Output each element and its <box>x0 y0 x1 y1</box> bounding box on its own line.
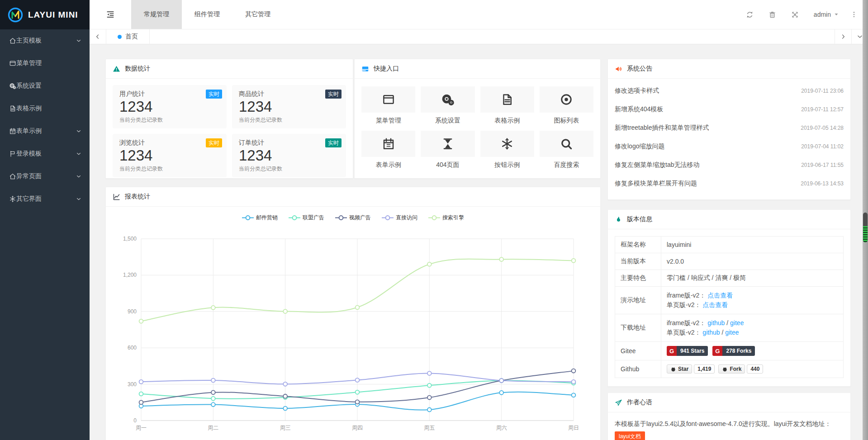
snowflake-icon <box>9 195 16 203</box>
sidebar-item-菜单管理[interactable]: 菜单管理 <box>0 52 90 75</box>
panel-title: 系统公告 <box>627 65 652 73</box>
github-count[interactable]: 440 <box>747 364 763 374</box>
stat-card-desc: 当前分类总记录数 <box>239 116 339 124</box>
sidebar-item-其它界面[interactable]: 其它界面 <box>0 188 90 210</box>
module-tab-组件管理[interactable]: 组件管理 <box>182 0 232 29</box>
gitee-badge-text: 941 Stars <box>677 346 708 356</box>
link-gitee[interactable]: gitee <box>730 319 744 326</box>
tabs-scroll-left-button[interactable] <box>90 29 106 44</box>
sidebar-item-异常页面[interactable]: 异常页面 <box>0 165 90 188</box>
link-github[interactable]: github <box>707 319 725 326</box>
stat-card-value: 1234 <box>239 98 339 115</box>
tabs-scroll-right-button[interactable] <box>835 29 851 44</box>
legend-item-邮件营销[interactable]: 邮件营销 <box>242 214 278 222</box>
refresh-button[interactable] <box>739 0 761 29</box>
panel-title: 版本信息 <box>627 215 652 223</box>
stat-card-value: 1234 <box>239 147 339 164</box>
gitee-badge[interactable]: G278 Forks <box>712 346 755 356</box>
shortcut-label: 404页面 <box>421 161 474 169</box>
gitee-badge[interactable]: G941 Stars <box>667 346 708 356</box>
stat-card-title: 用户统计 <box>119 90 220 98</box>
announcement-text: 新增系统404模板 <box>615 105 663 114</box>
stat-card-title: 订单统计 <box>239 139 339 147</box>
shortcut-按钮示例[interactable]: 按钮示例 <box>480 131 534 169</box>
announcement-item[interactable]: 修改选项卡样式2019-07-11 23:06 <box>615 81 844 100</box>
gears-icon <box>441 93 455 106</box>
version-link-line: iframe版-v2： github / gitee <box>667 318 838 328</box>
sidebar-item-主页模板[interactable]: 主页模板 <box>0 29 90 52</box>
legend-label: 联盟广告 <box>303 214 324 222</box>
shortcut-菜单管理[interactable]: 菜单管理 <box>361 86 415 125</box>
clear-cache-button[interactable] <box>761 0 784 29</box>
shortcut-tile <box>361 131 415 157</box>
version-row-当前版本: 当前版本v2.0.0 <box>615 253 844 270</box>
legend-marker <box>382 215 394 221</box>
vertical-scrollbar[interactable] <box>863 0 868 440</box>
panel-quick-entry: 快捷入口 菜单管理系统设置表格示例图标列表表单示例404页面按钮示例百度搜索 <box>354 59 601 179</box>
sidebar-item-登录模板[interactable]: 登录模板 <box>0 142 90 165</box>
stat-card-用户统计[interactable]: 用户统计1234当前分类总记录数实时 <box>113 85 227 128</box>
shortcut-label: 系统设置 <box>421 117 474 125</box>
stat-card-订单统计[interactable]: 订单统计1234当前分类总记录数实时 <box>232 134 346 177</box>
chart-legend: 邮件营销联盟广告视频广告直接访问搜索引擎 <box>106 207 600 223</box>
octocat-icon <box>722 366 728 372</box>
announcement-item[interactable]: 新增treetable插件和菜单管理样式2019-07-05 14:28 <box>615 118 844 137</box>
github-star-button[interactable]: Star <box>667 364 692 374</box>
shortcut-label: 图标列表 <box>540 117 593 125</box>
warning-icon <box>113 65 120 73</box>
svg-text:周六: 周六 <box>496 425 507 431</box>
stat-card-浏览统计[interactable]: 浏览统计1234当前分类总记录数实时 <box>113 134 227 177</box>
github-count[interactable]: 1,419 <box>694 364 715 374</box>
legend-item-联盟广告[interactable]: 联盟广告 <box>289 214 324 222</box>
announcement-item[interactable]: 修改logo缩放问题2019-07-04 11:02 <box>615 137 844 156</box>
legend-label: 直接访问 <box>396 214 417 222</box>
chevron-down-icon <box>76 151 81 156</box>
user-menu[interactable]: admin <box>806 11 846 18</box>
stat-card-商品统计[interactable]: 商品统计1234当前分类总记录数实时 <box>232 85 346 128</box>
caret-down-icon <box>834 12 839 17</box>
scrollbar-thumb[interactable] <box>863 213 868 242</box>
line-chart-svg: 03006009001,2001,500周一周二周三周四周五周六周日 <box>106 223 600 436</box>
shortcut-表单示例[interactable]: 表单示例 <box>361 131 415 169</box>
link-gitee[interactable]: gitee <box>725 329 739 336</box>
shortcut-404页面[interactable]: 404页面 <box>421 131 474 169</box>
announcement-time: 2019-07-11 23:06 <box>801 88 844 94</box>
author-body: 本模板基于layui2.5.4以及font-awesome-4.7.0进行实现。… <box>608 412 850 440</box>
link-点击查看[interactable]: 点击查看 <box>702 301 728 308</box>
panel-title: 报表统计 <box>125 193 150 201</box>
version-row-label: 主要特色 <box>615 270 661 287</box>
announcement-item[interactable]: 修复左侧菜单缩放tab无法移动2019-06-17 11:55 <box>615 156 844 174</box>
sidebar-item-表格示例[interactable]: 表格示例 <box>0 97 90 120</box>
shortcut-图标列表[interactable]: 图标列表 <box>540 86 593 125</box>
shortcut-百度搜索[interactable]: 百度搜索 <box>540 131 593 169</box>
panel-title: 快捷入口 <box>374 65 399 73</box>
collapse-sidebar-button[interactable] <box>90 0 131 29</box>
legend-item-视频广告[interactable]: 视频广告 <box>335 214 371 222</box>
gears-icon <box>9 82 16 90</box>
tab-home[interactable]: 首页 <box>106 29 150 44</box>
shortcut-表格示例[interactable]: 表格示例 <box>480 86 534 125</box>
app-logo[interactable]: LAYUI MINI <box>0 0 90 29</box>
svg-text:1,500: 1,500 <box>123 236 137 242</box>
announcement-item[interactable]: 新增系统404模板2019-07-11 12:57 <box>615 100 844 118</box>
sidebar-item-表单示例[interactable]: 表单示例 <box>0 120 90 142</box>
announcement-item[interactable]: 修复多模块菜单栏展开有问题2019-06-13 14:53 <box>615 174 844 193</box>
fullscreen-button[interactable] <box>784 0 806 29</box>
legend-item-直接访问[interactable]: 直接访问 <box>382 214 417 222</box>
shortcut-系统设置[interactable]: 系统设置 <box>421 86 474 125</box>
github-fork-button[interactable]: Fork <box>718 364 745 374</box>
layui-doc-button[interactable]: layui文档 <box>615 431 645 440</box>
legend-item-搜索引擎[interactable]: 搜索引擎 <box>428 214 464 222</box>
link-点击查看[interactable]: 点击查看 <box>707 292 733 299</box>
module-tab-常规管理[interactable]: 常规管理 <box>131 0 182 29</box>
link-github[interactable]: github <box>702 329 720 336</box>
sidebar-item-系统设置[interactable]: 系统设置 <box>0 75 90 97</box>
realtime-badge: 实时 <box>206 90 222 99</box>
module-tab-其它管理[interactable]: 其它管理 <box>232 0 283 29</box>
more-actions-button[interactable] <box>846 0 862 29</box>
sidebar-menu: 主页模板菜单管理系统设置表格示例表单示例登录模板异常页面其它界面 <box>0 29 90 210</box>
tab-home-label: 首页 <box>125 33 138 41</box>
stat-card-desc: 当前分类总记录数 <box>119 116 220 124</box>
svg-text:周日: 周日 <box>568 425 579 431</box>
shortcut-tile <box>480 131 534 157</box>
